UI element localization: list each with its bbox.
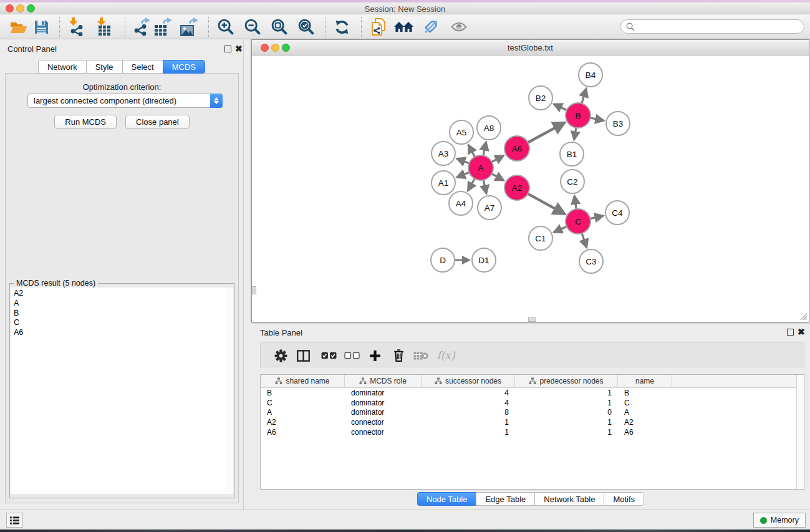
edge-A-A1[interactable] <box>456 172 470 177</box>
zoom-in-button[interactable] <box>215 16 237 37</box>
network-canvas[interactable]: B4B2BB3A5A8A6A3AB1A1A2C2A4A7C4CC1C3DD1 <box>252 56 809 322</box>
tab-node-table[interactable]: Node Table <box>417 492 476 506</box>
zoom-out-button[interactable] <box>241 16 264 37</box>
column-header-name[interactable]: name <box>618 375 672 387</box>
tab-select[interactable]: Select <box>122 60 163 74</box>
node-table[interactable]: shared nameMCDS rolesuccessor nodesprede… <box>260 374 804 490</box>
tab-network[interactable]: Network <box>38 60 86 74</box>
export-table-button[interactable] <box>152 16 174 37</box>
zoom-selected-button[interactable] <box>295 16 317 37</box>
node-label-A4: A4 <box>456 199 466 208</box>
table-row[interactable]: Cdominator41C <box>261 398 804 408</box>
tab-motifs[interactable]: Motifs <box>604 492 644 506</box>
delete-table-button[interactable] <box>410 345 432 366</box>
run-mcds-button[interactable]: Run MCDS <box>54 115 117 129</box>
memory-button[interactable]: Memory <box>753 513 806 528</box>
edge-A-A8[interactable] <box>483 142 486 157</box>
control-panel-title: Control Panel <box>7 44 57 54</box>
memory-label: Memory <box>771 516 799 525</box>
memory-status-icon <box>760 517 767 524</box>
export-image-button[interactable] <box>178 16 200 37</box>
edge-C-C3[interactable] <box>582 233 587 248</box>
network-overview-button[interactable] <box>393 16 415 37</box>
mcds-result-item[interactable]: A6 <box>14 328 225 338</box>
tab-mcds[interactable]: MCDS <box>163 60 205 74</box>
edge-B-B4[interactable] <box>582 89 587 104</box>
float-panel-icon[interactable] <box>224 46 231 52</box>
zoom-fit-button[interactable] <box>268 16 291 37</box>
tab-style[interactable]: Style <box>86 60 122 74</box>
column-view-button[interactable] <box>292 345 314 366</box>
function-builder-button[interactable]: f(x) <box>432 345 460 366</box>
edge-A-A5[interactable] <box>468 145 475 157</box>
edge-A6-B[interactable] <box>528 122 565 143</box>
resize-grip-icon[interactable] <box>798 311 808 321</box>
import-table-button[interactable] <box>92 16 115 37</box>
table-row[interactable]: Adominator80A <box>261 407 804 417</box>
edge-A2-C[interactable] <box>528 193 565 214</box>
column-header-shared-name[interactable]: shared name <box>261 375 345 387</box>
criterion-select[interactable]: largest connected component (directed) <box>27 94 223 108</box>
search-input[interactable] <box>620 19 804 34</box>
node-label-C3: C3 <box>586 257 596 266</box>
zoom-out-icon <box>244 19 261 35</box>
float-table-panel-icon[interactable] <box>787 329 794 336</box>
refresh-view-button[interactable] <box>330 16 353 37</box>
edge-A-A6[interactable] <box>491 155 504 162</box>
mcds-result-item[interactable]: B <box>14 309 225 319</box>
edge-A-A2[interactable] <box>491 173 504 180</box>
edge-A-A4[interactable] <box>468 178 475 191</box>
table-row[interactable]: A2connector11A2 <box>261 417 804 427</box>
edge-C-C1[interactable] <box>554 226 567 233</box>
close-table-panel-icon[interactable]: ✖ <box>798 328 805 336</box>
tab-network-table[interactable]: Network Table <box>534 492 604 506</box>
deselect-all-button[interactable] <box>341 345 362 366</box>
table-options-button[interactable] <box>270 345 291 366</box>
add-column-button[interactable] <box>364 345 385 366</box>
column-header-successor-nodes[interactable]: successor nodes <box>422 375 515 387</box>
edge-C-C4[interactable] <box>590 216 604 219</box>
save-session-button[interactable] <box>30 16 52 37</box>
close-panel-button[interactable]: Close panel <box>125 115 190 129</box>
zoom-fit-icon <box>271 19 287 35</box>
mcds-list-scrollbar[interactable] <box>225 288 233 494</box>
edge-B-B3[interactable] <box>590 118 604 121</box>
table-cell: A2 <box>618 418 672 427</box>
hide-labels-button[interactable] <box>420 16 442 37</box>
close-panel-icon[interactable]: ✖ <box>235 45 243 52</box>
table-row[interactable]: A6connector11A6 <box>261 427 804 437</box>
duplicate-network-button[interactable] <box>367 16 390 37</box>
column-header-predecessor-nodes[interactable]: predecessor nodes <box>515 375 618 387</box>
save-floppy-icon <box>34 20 49 34</box>
export-network-icon <box>133 17 152 36</box>
table-row[interactable]: Bdominator41B <box>261 388 804 398</box>
edge-B-B1[interactable] <box>574 127 576 140</box>
edge-C-C2[interactable] <box>574 196 576 210</box>
canvas-scrollbar-stub[interactable] <box>528 317 536 322</box>
select-all-button[interactable] <box>318 345 339 366</box>
export-network-button[interactable] <box>131 16 153 37</box>
import-network-button[interactable] <box>64 16 87 37</box>
mcds-result-item[interactable]: A <box>14 299 225 309</box>
edge-B-B2[interactable] <box>554 104 567 110</box>
toolbar-separator <box>125 17 125 37</box>
mcds-result-item[interactable]: C <box>14 318 225 328</box>
mcds-result-list[interactable]: A2ABCA6 <box>11 288 226 494</box>
task-history-button[interactable] <box>6 513 23 528</box>
delete-column-button[interactable] <box>388 345 409 366</box>
table-scrollbar[interactable] <box>796 375 804 489</box>
show-details-button[interactable] <box>448 16 470 37</box>
open-session-button[interactable] <box>7 16 30 37</box>
node-label-B: B <box>575 111 581 120</box>
status-bar: Memory <box>0 510 810 530</box>
checked-boxes-icon <box>321 352 337 359</box>
edge-A-A7[interactable] <box>483 180 486 194</box>
import-network-icon <box>67 17 84 36</box>
network-graph[interactable]: B4B2BB3A5A8A6A3AB1A1A2C2A4A7C4CC1C3DD1 <box>252 56 809 322</box>
tab-edge-table[interactable]: Edge Table <box>476 492 534 506</box>
edge-A-A3[interactable] <box>456 158 470 163</box>
column-header-MCDS-role[interactable]: MCDS role <box>345 375 422 387</box>
zoom-in-icon <box>218 19 234 35</box>
mcds-result-item[interactable]: A2 <box>14 289 225 299</box>
canvas-scrollbar-stub[interactable] <box>252 286 256 294</box>
